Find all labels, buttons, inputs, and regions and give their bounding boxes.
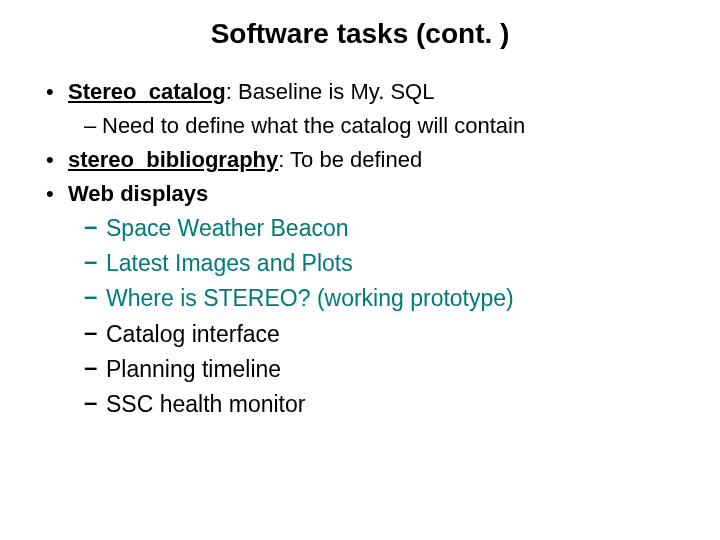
bullet-web-displays: Web displays Space Weather Beacon Latest… xyxy=(46,178,692,422)
bullet-stereo-catalog: Stereo_catalog: Baseline is My. SQL Need… xyxy=(46,76,692,142)
sub-ssc-health-monitor: SSC health monitor xyxy=(84,388,692,421)
sublist-catalog: Need to define what the catalog will con… xyxy=(68,110,692,142)
sub-latest-images: Latest Images and Plots xyxy=(84,247,692,280)
sub-planning-timeline: Planning timeline xyxy=(84,353,692,386)
bullet-list: Stereo_catalog: Baseline is My. SQL Need… xyxy=(28,76,692,422)
label-stereo-bibliography: stereo_bibliography xyxy=(68,147,278,172)
sub-need-define: Need to define what the catalog will con… xyxy=(84,110,692,142)
text-bibliography-rest: : To be defined xyxy=(278,147,422,172)
bullet-stereo-bibliography: stereo_bibliography: To be defined xyxy=(46,144,692,176)
sub-space-weather-beacon: Space Weather Beacon xyxy=(84,212,692,245)
label-stereo-catalog: Stereo_catalog xyxy=(68,79,226,104)
text-stereo-catalog-rest: : Baseline is My. SQL xyxy=(226,79,435,104)
label-web-displays: Web displays xyxy=(68,181,208,206)
sub-where-is-stereo: Where is STEREO? (working prototype) xyxy=(84,282,692,315)
slide-title: Software tasks (cont. ) xyxy=(28,18,692,50)
slide: Software tasks (cont. ) Stereo_catalog: … xyxy=(0,0,720,540)
sublist-web-displays: Space Weather Beacon Latest Images and P… xyxy=(68,212,692,422)
sub-catalog-interface: Catalog interface xyxy=(84,318,692,351)
